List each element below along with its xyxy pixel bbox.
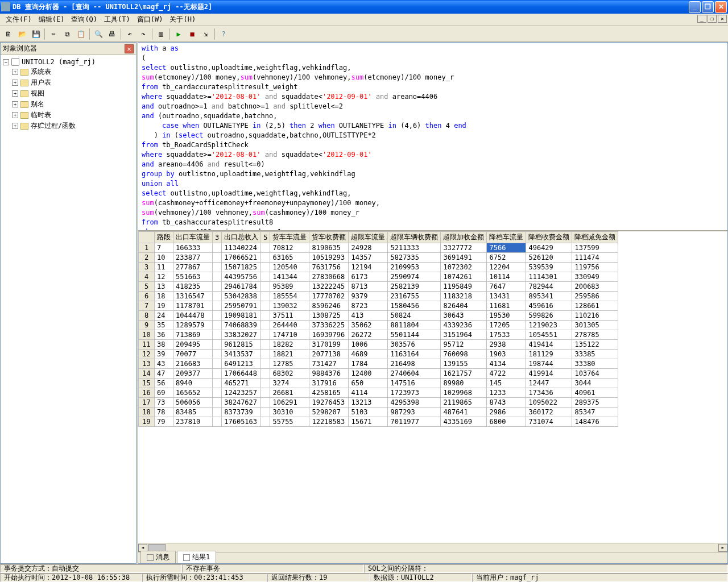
new-icon[interactable]: 🗎 <box>2 28 15 40</box>
table-cell[interactable]: 139155 <box>441 359 487 369</box>
table-cell[interactable]: 760098 <box>441 350 487 359</box>
close-button[interactable]: ✕ <box>715 1 727 13</box>
table-cell[interactable]: 4689 <box>349 350 388 359</box>
table-row[interactable]: 1239700773413537188212077138468911631647… <box>139 350 618 359</box>
table-cell[interactable]: 413 <box>349 311 388 321</box>
table-cell[interactable]: 74068839 <box>222 321 261 330</box>
table-cell[interactable]: 19530 <box>487 311 526 321</box>
expand-icon[interactable]: + <box>12 112 18 118</box>
table-cell[interactable]: 147516 <box>388 379 441 388</box>
table-cell[interactable]: 38247627 <box>222 398 261 408</box>
table-cell[interactable]: 13222245 <box>309 282 349 292</box>
table-cell[interactable]: 37336225 <box>309 321 349 330</box>
save-icon[interactable]: 💾 <box>30 28 42 40</box>
mdi-restore-button[interactable]: ❐ <box>708 15 717 23</box>
table-cell[interactable]: 53042838 <box>222 292 261 301</box>
table-cell[interactable]: 419414 <box>526 340 572 350</box>
table-cell[interactable]: 418235 <box>173 282 213 292</box>
table-cell[interactable]: 12400 <box>349 369 388 379</box>
table-cell[interactable]: 3691491 <box>441 253 487 263</box>
table-cell[interactable]: 10114 <box>487 272 526 282</box>
table-cell[interactable]: 1723973 <box>388 388 441 398</box>
table-cell[interactable]: 12204 <box>487 263 526 272</box>
table-cell[interactable]: 7647 <box>487 282 526 292</box>
table-row[interactable]: 5134182352946178495389132222458713258213… <box>139 282 618 292</box>
table-cell[interactable]: 5501144 <box>388 330 441 340</box>
table-cell[interactable]: 5103 <box>349 408 388 417</box>
menu-about[interactable]: 关于(H) <box>166 14 199 26</box>
table-cell[interactable] <box>213 321 222 330</box>
table-cell[interactable]: 8190635 <box>309 243 349 253</box>
table-cell[interactable]: 1029968 <box>441 388 487 398</box>
tree-folder[interactable]: +视图 <box>3 88 134 99</box>
maximize-button[interactable]: ❐ <box>702 1 714 13</box>
table-cell[interactable]: 5298207 <box>309 408 349 417</box>
table-cell[interactable]: 13213 <box>349 398 388 408</box>
mdi-minimize-button[interactable]: _ <box>697 15 706 23</box>
column-header[interactable]: 降档车流量 <box>487 232 526 243</box>
table-cell[interactable]: 4258165 <box>309 388 349 398</box>
table-cell[interactable] <box>213 388 222 398</box>
table-cell[interactable]: 17 <box>139 398 155 408</box>
table-cell[interactable]: 12447 <box>526 379 572 388</box>
table-row[interactable]: 9351289579740688392644403733622535062881… <box>139 321 618 330</box>
tab-result1[interactable]: 结果1 <box>177 551 216 563</box>
expand-icon[interactable]: + <box>12 80 18 86</box>
table-cell[interactable]: 6 <box>139 292 155 301</box>
table-cell[interactable]: 148476 <box>572 417 618 427</box>
table-cell[interactable] <box>213 292 222 301</box>
table-cell[interactable]: 5 <box>139 282 155 292</box>
scroll-right-icon[interactable]: ► <box>718 544 727 552</box>
table-cell[interactable]: 303576 <box>388 340 441 350</box>
table-cell[interactable]: 18 <box>155 292 173 301</box>
table-row[interactable]: 8241044478190981813751113087254135082430… <box>139 311 618 321</box>
table-cell[interactable]: 216498 <box>388 359 441 369</box>
table-cell[interactable]: 70812 <box>270 243 309 253</box>
table-cell[interactable]: 16 <box>139 388 155 398</box>
table-cell[interactable]: 1095022 <box>526 398 572 408</box>
column-header[interactable]: 货车车流量 <box>270 232 309 243</box>
table-cell[interactable] <box>213 301 222 311</box>
column-header[interactable]: 超限车流量 <box>349 232 388 243</box>
table-cell[interactable]: 278785 <box>572 330 618 340</box>
table-cell[interactable]: 56 <box>155 379 173 388</box>
table-cell[interactable]: 2119865 <box>441 398 487 408</box>
table-cell[interactable] <box>261 330 270 340</box>
table-cell[interactable]: 47 <box>155 369 173 379</box>
table-cell[interactable]: 7631756 <box>309 263 349 272</box>
table-row[interactable]: 1716633311340224708128190635249285211333… <box>139 243 618 253</box>
table-cell[interactable]: 17533 <box>487 330 526 340</box>
table-cell[interactable] <box>261 359 270 369</box>
table-cell[interactable]: 6173 <box>349 272 388 282</box>
table-cell[interactable]: 301305 <box>572 321 618 330</box>
object-browser-icon[interactable]: ▥ <box>155 28 167 40</box>
table-cell[interactable]: 200683 <box>572 282 618 292</box>
table-cell[interactable]: 8373739 <box>222 408 261 417</box>
table-cell[interactable] <box>261 408 270 417</box>
table-cell[interactable] <box>261 243 270 253</box>
table-cell[interactable] <box>261 350 270 359</box>
table-cell[interactable]: 10 <box>139 330 155 340</box>
table-cell[interactable]: 551663 <box>173 272 213 282</box>
menu-tools[interactable]: 工具(T) <box>101 14 134 26</box>
tree-folder[interactable]: +系统表 <box>3 66 134 77</box>
column-header[interactable]: 超限车辆收费额 <box>388 232 441 243</box>
table-cell[interactable] <box>213 253 222 263</box>
table-cell[interactable] <box>261 388 270 398</box>
results-grid[interactable]: 路段出口车流量3出口总收入5货车车流量货车收费额超限车流量超限车辆收费额超限加收… <box>138 230 727 543</box>
tree-folder[interactable]: +别名 <box>3 99 134 110</box>
table-cell[interactable]: 1308725 <box>309 311 349 321</box>
table-cell[interactable]: 37511 <box>270 311 309 321</box>
table-cell[interactable]: 139032 <box>270 301 309 311</box>
table-cell[interactable]: 487641 <box>441 408 487 417</box>
print-icon[interactable]: 🖶 <box>106 28 118 40</box>
table-cell[interactable]: 18 <box>139 408 155 417</box>
table-cell[interactable]: 19276453 <box>309 398 349 408</box>
table-cell[interactable] <box>213 350 222 359</box>
menu-edit[interactable]: 编辑(E) <box>35 14 68 26</box>
table-row[interactable]: 1556894046527132743179166501475168998014… <box>139 379 618 388</box>
table-cell[interactable]: 209495 <box>173 340 213 350</box>
table-cell[interactable] <box>213 398 222 408</box>
table-cell[interactable]: 103764 <box>572 369 618 379</box>
table-cell[interactable]: 459616 <box>526 301 572 311</box>
